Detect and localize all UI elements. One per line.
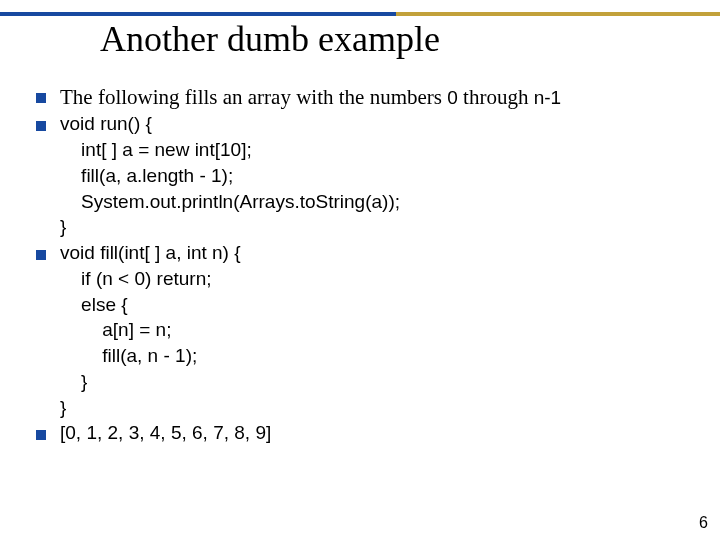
code-line: if (n < 0) return; [60,267,696,291]
code-row: } [36,396,696,420]
code-row: if (n < 0) return; [36,267,696,291]
bullet-row-output: [0, 1, 2, 3, 4, 5, 6, 7, 8, 9] [36,421,696,445]
slide-title: Another dumb example [100,18,440,60]
intro-prefix: The following fills an array with the nu… [60,85,447,109]
intro-code-zero: 0 [447,87,458,108]
bullet-row-fill: void fill(int[ ] a, int n) { [36,241,696,265]
code-line: } [60,396,696,420]
intro-text: The following fills an array with the nu… [60,84,696,110]
code-line: } [60,370,696,394]
code-row: } [36,370,696,394]
code-row: System.out.println(Arrays.toString(a)); [36,190,696,214]
output-line: [0, 1, 2, 3, 4, 5, 6, 7, 8, 9] [60,421,696,445]
page-number: 6 [699,514,708,532]
code-line: } [60,215,696,239]
square-bullet-icon [36,93,46,103]
square-bullet-icon [36,430,46,440]
slide-body: The following fills an array with the nu… [36,84,696,447]
intro-code-n1: n-1 [534,87,561,108]
code-line: System.out.println(Arrays.toString(a)); [60,190,696,214]
bullet-row-intro: The following fills an array with the nu… [36,84,696,110]
code-line: void fill(int[ ] a, int n) { [60,241,696,265]
code-row: int[ ] a = new int[10]; [36,138,696,162]
code-line: fill(a, a.length - 1); [60,164,696,188]
header-stripe [0,12,720,16]
code-row: fill(a, a.length - 1); [36,164,696,188]
code-row: fill(a, n - 1); [36,344,696,368]
code-line: else { [60,293,696,317]
square-bullet-icon [36,250,46,260]
code-line: a[n] = n; [60,318,696,342]
code-row: else { [36,293,696,317]
code-row: } [36,215,696,239]
code-line: int[ ] a = new int[10]; [60,138,696,162]
code-line: void run() { [60,112,696,136]
intro-mid: through [458,85,534,109]
square-bullet-icon [36,121,46,131]
code-row: a[n] = n; [36,318,696,342]
code-line: fill(a, n - 1); [60,344,696,368]
bullet-row-run: void run() { [36,112,696,136]
